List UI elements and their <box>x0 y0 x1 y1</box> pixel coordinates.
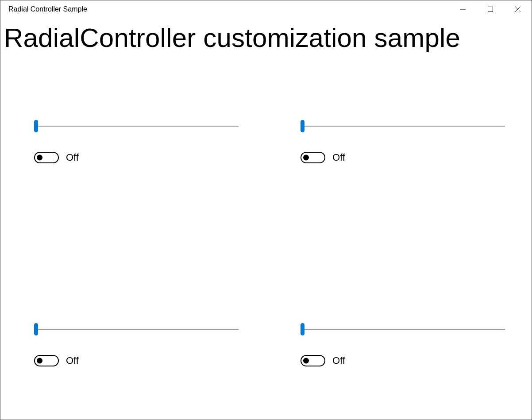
slider-1[interactable] <box>34 120 239 132</box>
slider-4[interactable] <box>301 323 505 335</box>
slider-3[interactable] <box>34 323 239 335</box>
toggle-switch-3[interactable] <box>34 355 59 366</box>
toggle-row-2: Off <box>301 152 505 163</box>
slider-thumb[interactable] <box>301 323 305 335</box>
slider-thumb[interactable] <box>301 120 305 132</box>
toggle-row-4: Off <box>301 355 505 366</box>
minimize-icon <box>460 6 466 12</box>
toggle-row-3: Off <box>34 355 239 366</box>
toggle-row-1: Off <box>34 152 239 163</box>
window-title: Radial Controller Sample <box>8 5 87 13</box>
slider-thumb[interactable] <box>34 120 38 132</box>
slider-2[interactable] <box>301 120 505 132</box>
slider-track <box>34 329 239 330</box>
toggle-label-1: Off <box>66 152 79 163</box>
close-button[interactable] <box>504 0 532 18</box>
toggle-knob <box>37 358 42 363</box>
slider-track <box>34 126 239 127</box>
control-cell-4: Off <box>301 323 505 402</box>
window-controls <box>449 0 532 18</box>
control-cell-3: Off <box>34 323 239 402</box>
toggle-switch-2[interactable] <box>301 152 325 163</box>
slider-track <box>301 329 505 330</box>
toggle-knob <box>303 155 309 161</box>
page-title: RadialController customization sample <box>0 18 532 53</box>
toggle-switch-4[interactable] <box>301 355 325 366</box>
control-cell-1: Off <box>34 120 239 199</box>
toggle-label-3: Off <box>66 355 79 366</box>
toggle-label-2: Off <box>332 152 345 163</box>
controls-grid: Off Off Off <box>0 120 532 420</box>
toggle-label-4: Off <box>332 355 345 366</box>
slider-track <box>301 126 505 127</box>
toggle-knob <box>37 155 42 161</box>
slider-thumb[interactable] <box>34 323 38 335</box>
toggle-switch-1[interactable] <box>34 152 59 163</box>
window-titlebar: Radial Controller Sample <box>0 0 532 18</box>
svg-rect-1 <box>488 7 493 12</box>
close-icon <box>515 6 521 12</box>
toggle-knob <box>303 358 309 363</box>
maximize-icon <box>487 6 493 12</box>
maximize-button[interactable] <box>477 0 504 18</box>
control-cell-2: Off <box>301 120 505 199</box>
minimize-button[interactable] <box>449 0 477 18</box>
